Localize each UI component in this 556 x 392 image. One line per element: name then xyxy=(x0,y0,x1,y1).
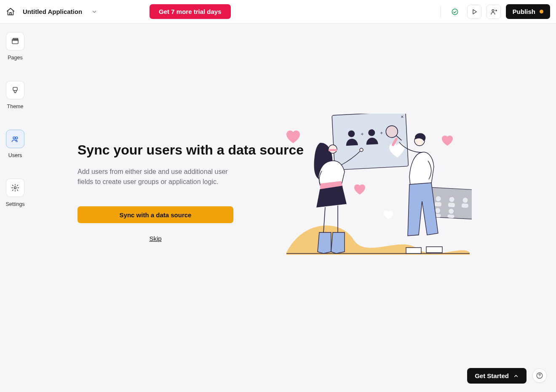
svg-rect-36 xyxy=(391,137,398,147)
skip-link[interactable]: Skip xyxy=(78,235,233,242)
svg-point-35 xyxy=(414,136,425,146)
sidebar-item-label: Users xyxy=(8,152,22,158)
svg-point-27 xyxy=(348,130,355,137)
page-description: Add users from either side and use addit… xyxy=(78,167,233,187)
svg-rect-24 xyxy=(447,214,454,218)
chevron-up-icon xyxy=(513,373,519,379)
svg-point-23 xyxy=(449,208,454,214)
sidebar-item-pages[interactable]: Pages xyxy=(6,32,24,61)
svg-point-15 xyxy=(436,196,441,202)
publish-button[interactable]: Publish xyxy=(506,4,550,19)
svg-text:×: × xyxy=(471,191,472,195)
svg-point-9 xyxy=(13,137,15,139)
page-title: Sync your users with a data source xyxy=(78,141,313,158)
svg-point-10 xyxy=(16,137,18,139)
svg-rect-25 xyxy=(332,114,409,170)
svg-rect-16 xyxy=(435,202,442,207)
header-left: Untitled Application Get 7 more trial da… xyxy=(6,4,231,19)
svg-line-30 xyxy=(396,135,402,141)
sync-button[interactable]: Sync with a data source xyxy=(78,206,233,223)
svg-marker-1 xyxy=(473,9,476,14)
sidebar-item-label: Pages xyxy=(8,55,22,61)
svg-rect-18 xyxy=(448,203,455,207)
svg-rect-13 xyxy=(428,187,472,219)
svg-point-34 xyxy=(360,148,363,152)
get-started-label: Get Started xyxy=(475,372,509,379)
svg-rect-22 xyxy=(434,214,441,218)
sidebar: Pages Theme Users Settings xyxy=(6,32,24,207)
gear-icon xyxy=(6,179,24,197)
svg-point-33 xyxy=(329,145,337,153)
chevron-down-icon[interactable] xyxy=(91,9,97,15)
header: Untitled Application Get 7 more trial da… xyxy=(0,0,556,24)
svg-text:+: + xyxy=(380,130,383,136)
sidebar-item-label: Settings xyxy=(5,201,24,207)
svg-point-11 xyxy=(14,187,16,189)
svg-text:+: + xyxy=(361,131,364,137)
sidebar-item-users[interactable]: Users xyxy=(6,130,24,158)
status-check-icon[interactable] xyxy=(448,5,462,19)
svg-point-28 xyxy=(368,129,375,136)
svg-rect-8 xyxy=(13,87,17,91)
trial-button[interactable]: Get 7 more trial days xyxy=(150,4,230,19)
svg-point-38 xyxy=(539,377,540,377)
app-title[interactable]: Untitled Application xyxy=(23,8,82,15)
svg-point-17 xyxy=(449,197,454,202)
publish-label: Publish xyxy=(513,8,535,15)
sidebar-item-theme[interactable]: Theme xyxy=(6,81,24,109)
svg-point-2 xyxy=(492,9,494,11)
play-icon[interactable] xyxy=(467,5,481,19)
svg-point-19 xyxy=(462,197,468,203)
svg-point-0 xyxy=(452,9,458,15)
svg-point-29 xyxy=(386,125,398,138)
sidebar-item-settings[interactable]: Settings xyxy=(5,179,24,207)
divider xyxy=(441,6,441,18)
users-icon xyxy=(6,130,24,148)
svg-point-21 xyxy=(435,208,441,213)
main-content: Sync your users with a data source Add u… xyxy=(78,141,313,242)
svg-text:×: × xyxy=(401,114,404,120)
get-started-button[interactable]: Get Started xyxy=(467,368,527,384)
header-right: Publish xyxy=(441,4,550,19)
status-dot-icon xyxy=(540,10,543,13)
brush-icon xyxy=(6,81,24,99)
home-icon[interactable] xyxy=(6,7,15,16)
help-icon[interactable] xyxy=(532,368,547,383)
sidebar-item-label: Theme xyxy=(7,104,24,109)
add-user-icon[interactable] xyxy=(486,5,501,19)
svg-rect-20 xyxy=(462,203,469,208)
browser-icon xyxy=(6,32,24,51)
